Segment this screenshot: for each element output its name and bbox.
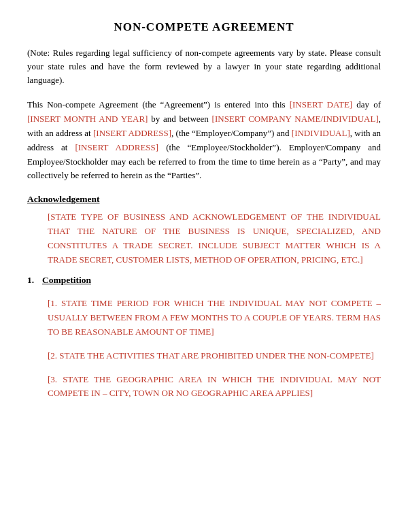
acknowledgement-section: Acknowledgement [STATE TYPE OF BUSINESS … xyxy=(27,194,381,267)
document-container: NON-COMPETE AGREEMENT (Note: Rules regar… xyxy=(0,0,408,532)
competition-heading: Competition xyxy=(42,275,91,286)
competition-para-3: [3. STATE THE GEOGRAPHIC AREA IN WHICH T… xyxy=(48,373,381,401)
insert-individual: [INDIVIDUAL] xyxy=(292,128,350,138)
document-note: (Note: Rules regarding legal sufficiency… xyxy=(27,46,381,87)
acknowledgement-heading: Acknowledgement xyxy=(27,194,381,205)
insert-date: [INSERT DATE] xyxy=(290,99,352,110)
competition-para-1: [1. STATE TIME PERIOD FOR WHICH THE INDI… xyxy=(48,297,381,339)
competition-content-block: [1. STATE TIME PERIOD FOR WHICH THE INDI… xyxy=(48,297,381,401)
insert-address-2: [INSERT ADDRESS] xyxy=(75,142,158,152)
insert-month-year: [INSERT MONTH AND YEAR] xyxy=(27,114,148,124)
competition-number: 1. xyxy=(27,275,42,286)
competition-section: 1. Competition [1. STATE TIME PERIOD FOR… xyxy=(27,275,381,401)
intro-paragraph: This Non-compete Agreement (the “Agreeme… xyxy=(27,98,381,183)
insert-company-name: [INSERT COMPANY NAME/INDIVIDUAL] xyxy=(212,114,379,124)
acknowledgement-block: [STATE TYPE OF BUSINESS AND ACKNOWLEDGEM… xyxy=(48,210,381,267)
competition-heading-wrapper: 1. Competition xyxy=(27,275,381,291)
insert-address-1: [INSERT ADDRESS] xyxy=(93,128,171,138)
acknowledgement-content: [STATE TYPE OF BUSINESS AND ACKNOWLEDGEM… xyxy=(48,210,381,267)
document-title: NON-COMPETE AGREEMENT xyxy=(27,20,381,34)
competition-para-2: [2. STATE THE ACTIVITIES THAT ARE PROHIB… xyxy=(48,349,381,363)
